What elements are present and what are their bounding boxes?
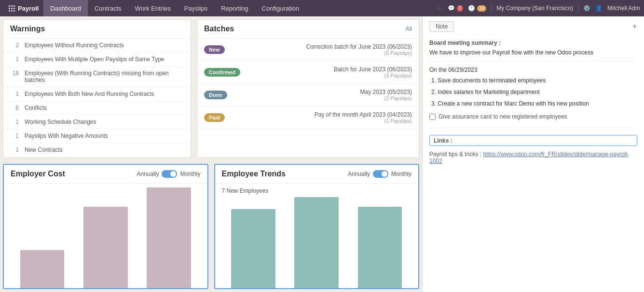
bar-group: May 2023 (74, 207, 137, 289)
warning-count: 1 (10, 133, 19, 139)
note-add-button[interactable]: + (632, 22, 637, 32)
employee-trends-monthly[interactable]: Monthly (391, 171, 411, 177)
employee-trends-title: Employee Trends (222, 170, 286, 178)
warning-label: Employees Without Running Contracts (25, 42, 124, 49)
warnings-title: Warnings (3, 20, 191, 39)
separator2 (578, 3, 578, 13)
batch-row[interactable]: Confirmed Batch for June 2023 (06/2023) … (197, 61, 419, 84)
warning-row[interactable]: 1 Payslips With Negative Amounts (3, 129, 191, 143)
settings-icon[interactable]: ⚙️ (583, 5, 590, 12)
note-item-1: 1. Save documents to terminated employee… (431, 75, 637, 86)
apps-icon[interactable] (9, 5, 15, 12)
nav-configuration[interactable]: Configuration (255, 0, 306, 16)
warning-label: Employees (With Running Contracts) missi… (25, 70, 184, 83)
note-item-2: 2. Index salaries for Marketing departme… (431, 86, 637, 98)
warning-label: Working Schedule Changes (25, 119, 96, 125)
batches-filter-button[interactable]: All (406, 26, 412, 32)
nav-work-entries[interactable]: Work Entries (128, 0, 178, 16)
bar-group: May 2023 (222, 209, 285, 289)
note-header: Note + (429, 21, 637, 32)
phone-icon-item[interactable]: 📞 (436, 5, 443, 12)
employee-trends-toggle-switch[interactable] (373, 170, 388, 178)
note-tab[interactable]: Note (429, 21, 454, 32)
nav-reporting[interactable]: Reporting (214, 0, 255, 16)
warning-row[interactable]: 1 New Contracts (3, 143, 191, 157)
employee-trends-toggle: Annually Monthly (348, 170, 411, 178)
employer-cost-body: April 2023 May 2023 June 2023 (4, 184, 207, 289)
warning-row[interactable]: 1 Employees With Multiple Open Payslips … (3, 53, 191, 66)
user-avatar[interactable]: 👤 (595, 5, 603, 12)
batches-header: Batches All (197, 20, 419, 39)
nav-dashboard[interactable]: Dashboard (43, 0, 88, 16)
note-checkbox-row: Give assurance card to new registered em… (429, 113, 637, 120)
employee-trends-subtitle: 7 New Employees (222, 187, 412, 194)
link-text: Payroll tips & tricks : (429, 151, 481, 158)
warning-count: 1 (10, 91, 19, 97)
warning-label: Employees With Multiple Open Payslips of… (25, 56, 164, 63)
warning-label: Employees With Both New And Running Cont… (25, 91, 154, 97)
bar-may (231, 209, 275, 289)
batch-row[interactable]: Paid Pay of the month April 2023 (04/202… (197, 106, 419, 129)
warning-row[interactable]: 1 Employees With Both New And Running Co… (3, 87, 191, 101)
batch-sub: (2 Payslips) (233, 95, 412, 101)
bar-group: June 2023 (137, 187, 200, 289)
brand[interactable]: Payroll (4, 5, 43, 12)
batch-status-confirmed: Confirmed (204, 68, 240, 77)
warning-label: Conflicts (25, 105, 47, 111)
warning-count: 6 (10, 105, 19, 111)
warning-row[interactable]: 1 Working Schedule Changes (3, 115, 191, 129)
links-label: Links : (434, 137, 452, 144)
batch-desc-text: Batch for June 2023 (06/2023) (246, 66, 412, 73)
employer-cost-annually[interactable]: Annually (137, 171, 159, 177)
left-center: Warnings 2 Employees Without Running Con… (0, 16, 422, 292)
bar-april (20, 250, 65, 289)
note-item-3: 3. Create a new contract for Marc Demo w… (431, 98, 637, 109)
batch-sub: (3 Payslips) (246, 73, 412, 79)
nav-contracts[interactable]: Contracts (88, 0, 128, 16)
nav-payslips[interactable]: Payslips (178, 0, 214, 16)
clock-icon-item[interactable]: 🕐 34 (468, 5, 486, 12)
main-layout: Warnings 2 Employees Without Running Con… (0, 16, 644, 292)
warning-count: 1 (10, 146, 19, 153)
chat-badge: 7 (457, 5, 464, 12)
batches-title: Batches (204, 25, 234, 33)
batch-sub: (0 Payslips) (231, 50, 412, 56)
assurance-label: Give assurance card to new registered em… (438, 113, 567, 120)
employee-trends-annually[interactable]: Annually (348, 171, 370, 177)
warning-row[interactable]: 18 Employees (With Running Contracts) mi… (3, 66, 191, 87)
batch-status-done: Done (204, 91, 227, 99)
assurance-checkbox[interactable] (429, 114, 436, 120)
bar-group: June 2023 (285, 197, 348, 289)
batch-desc: Batch for June 2023 (06/2023) (3 Payslip… (246, 66, 412, 79)
employee-trends-header: Employee Trends Annually Monthly (215, 165, 419, 184)
employer-cost-monthly[interactable]: Monthly (180, 171, 200, 177)
warnings-panel: Warnings 2 Employees Without Running Con… (3, 19, 191, 158)
board-text: We have to improve our Payroll flow with… (429, 48, 637, 57)
employee-trends-body: 7 New Employees May 2023 June 2023 Ju (215, 184, 419, 289)
warning-count: 18 (10, 70, 19, 77)
links-box: Links : (429, 135, 637, 146)
board-summary-label: Board meeting summary : (429, 40, 637, 46)
warning-count: 1 (10, 119, 19, 125)
batch-desc-text: Pay of the month April 2023 (04/2023) (231, 111, 412, 118)
warning-row[interactable]: 2 Employees Without Running Contracts (3, 39, 191, 53)
batch-row[interactable]: New Correction batch for June 2023 (06/2… (197, 39, 419, 61)
date-label: On the 06/29/2023 (429, 66, 637, 75)
batch-desc-text: Correction batch for June 2023 (06/2023) (231, 43, 412, 50)
employer-cost-chart: April 2023 May 2023 June 2023 (11, 187, 201, 289)
warning-row[interactable]: 6 Conflicts (3, 101, 191, 115)
phone-icon: 📞 (436, 5, 443, 12)
employer-cost-toggle: Annually Monthly (137, 170, 200, 178)
batch-desc: Correction batch for June 2023 (06/2023)… (231, 43, 412, 56)
company-label: My Company (San Francisco) (496, 5, 573, 12)
batch-row[interactable]: Done May 2023 (05/2023) (2 Payslips) (197, 84, 419, 106)
divider2 (429, 128, 637, 128)
chat-icon-item[interactable]: 💬 7 (448, 5, 464, 12)
topnav-right: 📞 💬 7 🕐 34 My Company (San Francisco) ⚙️… (436, 3, 640, 13)
bottom-row: Employer Cost Annually Monthly April 202… (0, 161, 422, 292)
employer-cost-toggle-switch[interactable] (162, 170, 177, 178)
batch-status-paid: Paid (204, 113, 225, 122)
clock-icon: 🕐 (468, 5, 475, 12)
warning-count: 1 (10, 56, 19, 63)
employer-cost-header: Employer Cost Annually Monthly (4, 165, 207, 184)
